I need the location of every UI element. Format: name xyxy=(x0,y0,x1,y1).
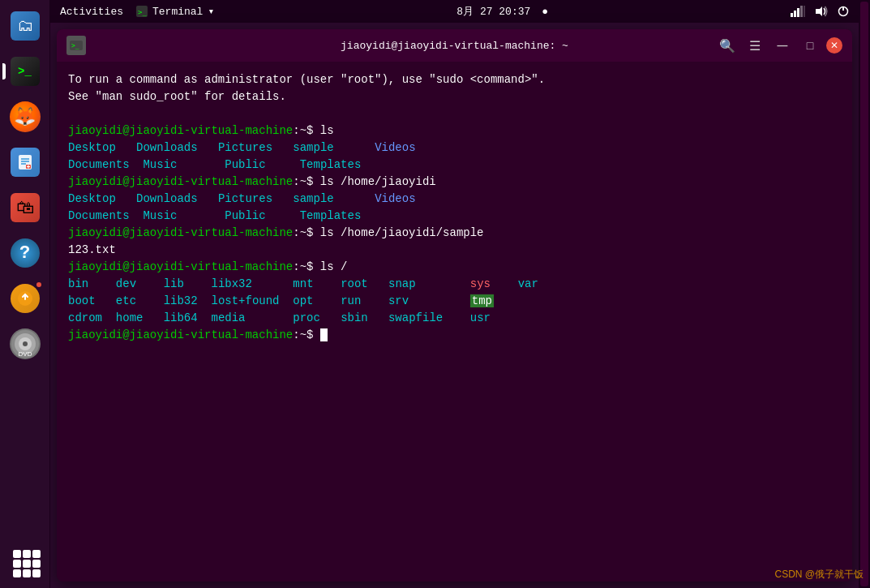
notice-line2: See "man sudo_root" for details. xyxy=(68,88,841,105)
dock-item-apps[interactable] xyxy=(6,543,45,582)
scrollbar[interactable] xyxy=(860,2,868,586)
svg-rect-18 xyxy=(800,6,803,17)
main-area: Activities >_ Terminal ▾ 8月 27 20:37 ● xyxy=(50,0,859,588)
dock-item-editor[interactable] xyxy=(6,143,45,182)
firefox-icon: 🦊 xyxy=(10,101,41,132)
svg-marker-20 xyxy=(816,6,822,16)
topbar-clock: 8月 27 20:37 ● xyxy=(214,4,791,19)
svg-rect-16 xyxy=(794,11,796,17)
dock-item-terminal[interactable]: >_ xyxy=(6,52,45,91)
prompt-line3: jiaoyidi@jiaoyidi-virtual-machine:~$ ls … xyxy=(68,225,841,242)
terminal-icon: >_ xyxy=(11,57,40,86)
search-button[interactable]: 🔍 xyxy=(716,34,739,57)
svg-text:>_: >_ xyxy=(71,42,79,49)
apps-grid-icon xyxy=(11,547,40,577)
topbar-terminal-menu[interactable]: >_ Terminal ▾ xyxy=(136,5,214,18)
help-icon: ? xyxy=(11,238,40,268)
ls1-row2: Documents Music Public Templates xyxy=(68,157,841,174)
dock-item-help[interactable]: ? xyxy=(6,234,45,273)
maximize-button[interactable]: □ xyxy=(799,34,821,57)
terminal-content[interactable]: To run a command as administrator (user … xyxy=(57,62,852,582)
minimize-button[interactable]: ─ xyxy=(771,34,794,57)
topbar-right-icons xyxy=(791,6,849,17)
titlebar-buttons: 🔍 ☰ ─ □ ✕ xyxy=(716,34,842,57)
dvd-icon: DVD xyxy=(10,328,41,359)
tmp-highlight: tmp xyxy=(470,294,494,307)
hamburger-button[interactable]: ☰ xyxy=(744,34,766,57)
svg-point-11 xyxy=(23,341,28,346)
prompt-line1: jiaoyidi@jiaoyidi-virtual-machine:~$ ls xyxy=(68,122,841,139)
terminal-window: >_ jiaoyidi@jiaoyidi-virtual-machine: ~ … xyxy=(57,29,852,582)
dock-item-dvd[interactable]: DVD xyxy=(6,324,45,363)
notice-line1: To run a command as administrator (user … xyxy=(68,71,841,88)
ls4-row1: bin dev lib libx32 mnt root snap sys var xyxy=(68,276,841,293)
dock-item-files[interactable]: 🗂 xyxy=(6,6,45,45)
prompt-line4: jiaoyidi@jiaoyidi-virtual-machine:~$ ls … xyxy=(68,259,841,276)
topbar-dropdown-arrow: ▾ xyxy=(208,5,214,18)
right-panel xyxy=(859,0,870,588)
prompt-line5: jiaoyidi@jiaoyidi-virtual-machine:~$ xyxy=(68,327,841,344)
power-icon[interactable] xyxy=(838,6,849,17)
datetime-label: 8月 27 20:37 xyxy=(456,6,530,18)
files-icon: 🗂 xyxy=(11,11,40,41)
titlebar-title: jiaoyidi@jiaoyidi-virtual-machine: ~ xyxy=(341,40,568,52)
updates-icon xyxy=(11,284,40,313)
dock: 🗂 >_ 🦊 🛍 xyxy=(0,0,50,588)
ls2-row2: Documents Music Public Templates xyxy=(68,208,841,225)
svg-text:>_: >_ xyxy=(138,8,147,16)
watermark: CSDN @俄子就干饭 xyxy=(774,568,864,582)
close-button[interactable]: ✕ xyxy=(826,37,842,54)
network-icon[interactable] xyxy=(791,6,805,17)
appstore-icon: 🛍 xyxy=(11,193,40,222)
ls4-row2: boot etc lib32 lost+found opt run srv tm… xyxy=(68,293,841,310)
ls2-row1: Desktop Downloads Pictures sample Videos xyxy=(68,191,841,208)
terminal-small-icon: >_ xyxy=(136,6,148,17)
topbar: Activities >_ Terminal ▾ 8月 27 20:37 ● xyxy=(50,0,859,23)
svg-text:DVD: DVD xyxy=(18,350,32,358)
dock-item-updates[interactable] xyxy=(6,279,45,318)
dock-item-appstore[interactable]: 🛍 xyxy=(6,188,45,227)
editor-icon xyxy=(11,148,40,177)
terminal-titlebar: >_ jiaoyidi@jiaoyidi-virtual-machine: ~ … xyxy=(57,29,852,62)
svg-rect-15 xyxy=(791,13,793,17)
ls1-row1: Desktop Downloads Pictures sample Videos xyxy=(68,139,841,157)
topbar-terminal-label: Terminal xyxy=(152,6,203,18)
svg-rect-19 xyxy=(804,6,805,17)
ls4-row3: cdrom home lib64 media proc sbin swapfil… xyxy=(68,310,841,327)
activities-button[interactable]: Activities xyxy=(60,6,123,18)
ls3-result: 123.txt xyxy=(68,242,841,259)
svg-rect-17 xyxy=(797,8,799,17)
update-dot xyxy=(35,281,43,289)
topbar-dot: ● xyxy=(542,6,548,18)
volume-icon[interactable] xyxy=(815,6,828,17)
cursor xyxy=(320,328,328,341)
prompt-line2: jiaoyidi@jiaoyidi-virtual-machine:~$ ls … xyxy=(68,174,841,191)
dock-item-firefox[interactable]: 🦊 xyxy=(6,97,45,136)
title-icon: >_ xyxy=(66,36,86,55)
